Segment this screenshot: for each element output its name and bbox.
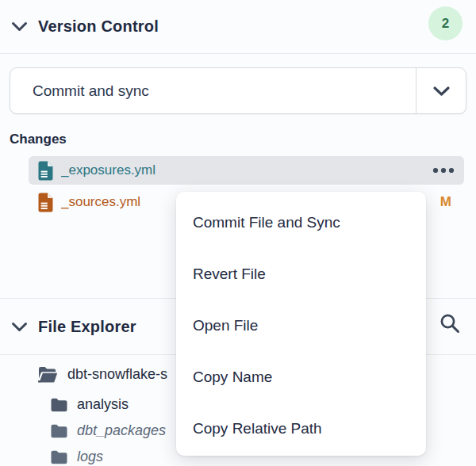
menu-item-commit-file-and-sync[interactable]: Commit File and Sync: [176, 197, 426, 248]
file-context-menu: Commit File and Sync Revert File Open Fi…: [176, 192, 426, 456]
menu-item-open-file[interactable]: Open File: [176, 300, 426, 351]
ellipsis-icon: [432, 167, 455, 174]
menu-item-copy-relative-path[interactable]: Copy Relative Path: [176, 403, 426, 454]
tree-item-analysis[interactable]: analysis: [51, 396, 129, 413]
commit-action-label: Commit and sync: [10, 68, 416, 113]
menu-item-revert-file[interactable]: Revert File: [176, 248, 426, 300]
tree-item-label: dbt_packages: [77, 422, 166, 439]
commit-action-dropdown[interactable]: Commit and sync: [10, 67, 466, 114]
folder-icon: [51, 424, 67, 438]
chevron-down-icon: [432, 86, 451, 97]
menu-item-copy-name[interactable]: Copy Name: [176, 351, 426, 403]
file-search-button[interactable]: [436, 310, 463, 337]
yaml-file-icon: [38, 161, 53, 181]
chevron-down-icon: [11, 322, 28, 332]
changes-section-label: Changes: [10, 132, 67, 147]
commit-action-caret-button[interactable]: [416, 68, 466, 113]
version-control-title: Version Control: [38, 17, 159, 36]
collapse-version-control-button[interactable]: [10, 17, 29, 36]
changed-file-name: _exposures.yml: [61, 162, 431, 178]
collapse-file-explorer-button[interactable]: [10, 317, 29, 336]
changed-file-row[interactable]: _exposures.yml: [29, 156, 464, 185]
folder-icon: [51, 450, 67, 464]
file-more-actions-button[interactable]: [431, 164, 456, 177]
search-icon: [439, 312, 461, 334]
file-explorer-title: File Explorer: [38, 318, 136, 336]
chevron-down-icon: [11, 21, 28, 32]
folder-open-icon: [38, 366, 58, 383]
version-control-panel: Version Control 2 Commit and sync Change…: [0, 0, 476, 466]
yaml-file-icon: [38, 193, 53, 212]
changes-count-badge: 2: [428, 6, 463, 40]
version-control-header: Version Control 2: [0, 0, 476, 54]
tree-item-label: dbt-snowflake-s: [67, 366, 167, 383]
tree-item-label: analysis: [77, 396, 129, 413]
tree-item-logs[interactable]: logs: [51, 449, 103, 465]
tree-item-project-root[interactable]: dbt-snowflake-s: [38, 366, 167, 383]
tree-item-dbt-packages[interactable]: dbt_packages: [51, 422, 166, 439]
folder-icon: [51, 398, 67, 412]
tree-item-label: logs: [77, 449, 103, 465]
modified-status-badge: M: [440, 194, 451, 210]
